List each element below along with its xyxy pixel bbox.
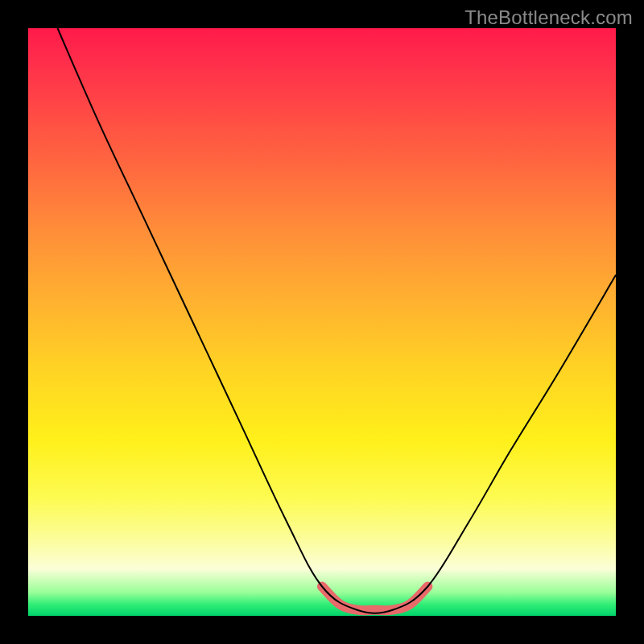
- plot-area: [28, 28, 616, 616]
- bottleneck-curve: [58, 28, 617, 613]
- watermark-text: TheBottleneck.com: [464, 6, 633, 29]
- optimal-region-highlight: [322, 587, 427, 611]
- curve-svg: [28, 28, 616, 616]
- chart-frame: TheBottleneck.com: [0, 0, 644, 644]
